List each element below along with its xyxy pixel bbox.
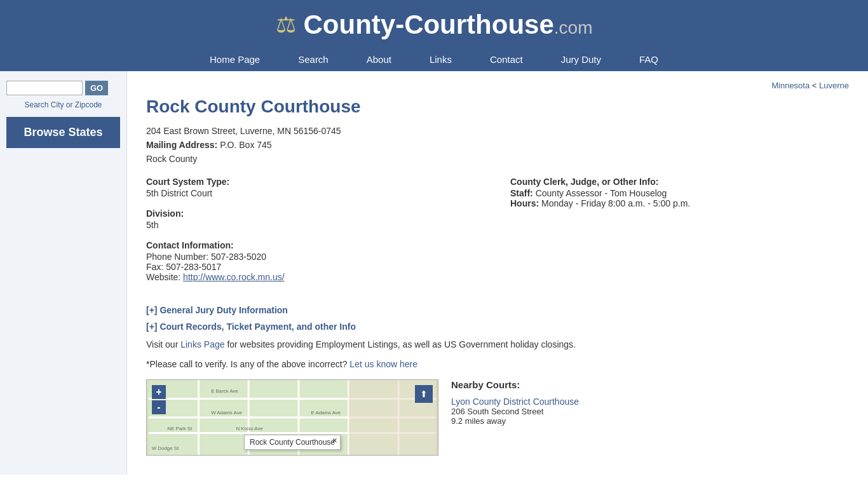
hours-label: Hours: xyxy=(510,198,539,208)
county-name: Rock County xyxy=(146,154,849,164)
court-system-section: Court System Type: 5th District Court xyxy=(146,177,485,198)
let-us-know-link[interactable]: Let us know here xyxy=(349,359,417,369)
header-logo-area: ⚖ County-Courthouse.com xyxy=(276,10,593,48)
fax-label: Fax: xyxy=(146,262,163,272)
search-input[interactable] xyxy=(6,81,83,95)
svg-text:NE Park St: NE Park St xyxy=(167,426,193,431)
nav-faq[interactable]: FAQ xyxy=(620,48,677,71)
links-page-link[interactable]: Links Page xyxy=(180,339,224,349)
mailing-label: Mailing Address: xyxy=(146,140,217,150)
main-container: GO Search City or Zipcode Browse States … xyxy=(0,71,868,475)
phone-label: Phone Number: xyxy=(146,252,208,262)
verify-text-prefix: *Please call to verify. Is any of the ab… xyxy=(146,359,349,369)
contact-section: Contact Information: Phone Number: 507-2… xyxy=(146,240,485,282)
phone-line: Phone Number: 507-283-5020 xyxy=(146,252,485,262)
map-popup-close[interactable]: ✕ xyxy=(332,437,337,445)
browse-states-button[interactable]: Browse States xyxy=(6,117,120,148)
breadcrumb: Minnesota < Luverne xyxy=(146,81,849,90)
hours-value: Monday - Friday 8:00 a.m. - 5:00 p.m. xyxy=(541,198,690,208)
logo-text: County-Courthouse.com xyxy=(304,10,593,40)
contact-label: Contact Information: xyxy=(146,240,485,250)
info-col-right: County Clerk, Judge, or Other Info: Staf… xyxy=(510,177,849,292)
nearby-court-distance-0: 9.2 miles away xyxy=(451,416,849,426)
search-label: Search City or Zipcode xyxy=(6,100,120,109)
nav-jury-duty[interactable]: Jury Duty xyxy=(542,48,620,71)
info-col-left: Court System Type: 5th District Court Di… xyxy=(146,177,485,292)
scales-icon: ⚖ xyxy=(276,11,296,38)
nav-about[interactable]: About xyxy=(348,48,410,71)
division-section: Division: 5th xyxy=(146,208,485,230)
map-zoom-in-button[interactable]: + xyxy=(152,385,166,399)
nearby-court-name-0[interactable]: Lyon County District Courthouse xyxy=(451,396,849,407)
staff-label: Staff: xyxy=(510,188,533,198)
logo-main: County-Courthouse xyxy=(304,10,554,39)
mailing-value: P.O. Box 745 xyxy=(220,140,271,150)
fax-line: Fax: 507-283-5017 xyxy=(146,262,485,272)
court-system-label: Court System Type: xyxy=(146,177,485,187)
map-placeholder: E Barck Ave W Adams Ave E Adams Ave N Kn… xyxy=(147,380,438,455)
website-label: Website: xyxy=(146,272,180,282)
court-records-link[interactable]: [+] Court Records, Ticket Payment, and o… xyxy=(146,322,849,332)
clerk-section: County Clerk, Judge, or Other Info: Staf… xyxy=(510,177,849,208)
svg-text:E Barck Ave: E Barck Ave xyxy=(211,388,238,394)
main-content: Minnesota < Luverne Rock County Courthou… xyxy=(127,71,868,475)
fax-value: 507-283-5017 xyxy=(166,262,221,272)
svg-text:E Adams Ave: E Adams Ave xyxy=(311,410,341,416)
site-header: ⚖ County-Courthouse.com Home Page Search… xyxy=(0,0,868,71)
links-paragraph: Visit our Links Page for websites provid… xyxy=(146,338,849,351)
map-popup: ✕ Rock County Courthouse xyxy=(244,435,341,450)
division-value: 5th xyxy=(146,220,485,230)
go-button[interactable]: GO xyxy=(85,81,108,95)
links-text-suffix: for websites providing Employment Listin… xyxy=(225,339,576,349)
website-line: Website: http://www.co.rock.mn.us/ xyxy=(146,272,485,282)
nav-links[interactable]: Links xyxy=(410,48,471,71)
verify-paragraph: *Please call to verify. Is any of the ab… xyxy=(146,359,849,369)
map-controls: + - xyxy=(152,385,166,414)
main-nav: Home Page Search About Links Contact Jur… xyxy=(13,48,855,71)
svg-text:W Dodge St: W Dodge St xyxy=(152,445,179,451)
nav-contact[interactable]: Contact xyxy=(471,48,542,71)
page-title: Rock County Courthouse xyxy=(146,97,849,117)
street-address: 204 East Brown Street, Luverne, MN 56156… xyxy=(146,126,849,136)
search-box: GO xyxy=(6,81,120,95)
map-share-button[interactable]: ⬆ xyxy=(415,385,433,403)
sidebar: GO Search City or Zipcode Browse States xyxy=(0,71,127,475)
hours-line: Hours: Monday - Friday 8:00 a.m. - 5:00 … xyxy=(510,198,849,208)
breadcrumb-state[interactable]: Minnesota xyxy=(771,81,810,90)
logo-container: ⚖ County-Courthouse.com xyxy=(276,10,593,48)
svg-text:W Adams Ave: W Adams Ave xyxy=(211,410,242,416)
map-zoom-out-button[interactable]: - xyxy=(152,400,166,414)
staff-line: Staff: County Assessor - Tom Houselog xyxy=(510,188,849,198)
links-text-prefix: Visit our xyxy=(146,339,180,349)
jury-duty-link[interactable]: [+] General Jury Duty Information xyxy=(146,305,849,315)
nav-home[interactable]: Home Page xyxy=(191,48,279,71)
phone-value: 507-283-5020 xyxy=(211,252,266,262)
breadcrumb-city[interactable]: Luverne xyxy=(819,81,849,90)
clerk-label: County Clerk, Judge, or Other Info: xyxy=(510,177,849,187)
nav-search[interactable]: Search xyxy=(279,48,348,71)
info-columns: Court System Type: 5th District Court Di… xyxy=(146,177,849,292)
breadcrumb-separator: < xyxy=(810,81,819,90)
website-link[interactable]: http://www.co.rock.mn.us/ xyxy=(183,272,285,282)
map-container: E Barck Ave W Adams Ave E Adams Ave N Kn… xyxy=(146,379,438,456)
staff-value: County Assessor - Tom Houselog xyxy=(536,188,667,198)
map-popup-text: Rock County Courthouse xyxy=(250,438,335,447)
court-system-value: 5th District Court xyxy=(146,188,485,198)
mailing-address: Mailing Address: P.O. Box 745 xyxy=(146,140,849,150)
nearby-courts: Nearby Courts: Lyon County District Cour… xyxy=(451,379,849,456)
nearby-court-address-0: 206 South Second Street xyxy=(451,407,849,416)
division-label: Division: xyxy=(146,208,485,219)
bottom-section: E Barck Ave W Adams Ave E Adams Ave N Kn… xyxy=(146,379,849,456)
svg-text:N Kniss Ave: N Kniss Ave xyxy=(236,426,264,431)
logo-com: .com xyxy=(554,18,593,37)
nearby-courts-title: Nearby Courts: xyxy=(451,379,849,390)
